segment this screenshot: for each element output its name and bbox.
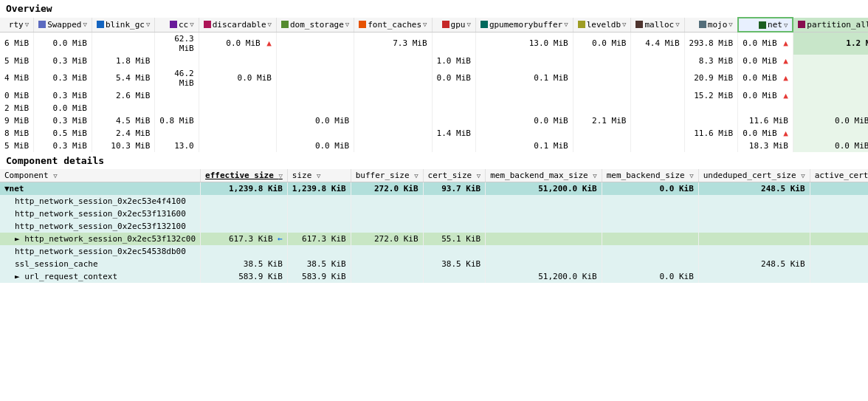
warning-icon: ▲ (783, 56, 788, 66)
col-net[interactable]: net ▽ (738, 18, 793, 32)
component-cell-size: 1,239.8 KiB (287, 182, 351, 195)
component-cell-buffer_size: 272.0 KiB (351, 182, 423, 195)
component-cell-buffer_size (351, 270, 423, 283)
overview-cell (354, 89, 432, 102)
component-cell-cert_size (423, 195, 486, 208)
th-mem-backend-size[interactable]: mem_backend_size ▽ (602, 169, 698, 182)
overview-cell: 4.4 MiB (631, 32, 684, 55)
component-cell-effective_size (201, 208, 288, 220)
component-cell-size (287, 208, 351, 220)
component-cell-component: http_network_session_0x2ec53f132100 (0, 220, 201, 233)
overview-cell: 1.8 MiB (92, 55, 154, 67)
col-gpumemorybuffer[interactable]: gpumemorybuffer ▽ (475, 18, 573, 32)
overview-cell: 5 MiB (0, 55, 34, 67)
col-discardable[interactable]: discardable ▽ (199, 18, 276, 32)
overview-cell (92, 32, 154, 55)
th-mem-backend-max-size[interactable]: mem_backend_max_size ▽ (486, 169, 602, 182)
component-cell-mem_backend_size (602, 245, 698, 258)
col-font-caches[interactable]: font_caches ▽ (354, 18, 432, 32)
component-cell-cert_size (423, 245, 486, 258)
col-mojo[interactable]: mojo ▽ (684, 18, 738, 32)
overview-cell (432, 140, 475, 152)
col-malloc[interactable]: malloc ▽ (631, 18, 684, 32)
overview-cell (92, 102, 154, 114)
overview-cell (354, 55, 432, 67)
component-cell-buffer_size: 272.0 KiB (351, 233, 423, 245)
component-cell-active_cert_jobs: 0.000 (810, 233, 868, 245)
overview-cell (276, 67, 354, 89)
overview-cell (793, 67, 868, 89)
overview-cell: 0.0 MiB (199, 67, 276, 89)
th-effective-size[interactable]: effective size ▽ (201, 169, 288, 182)
col-dom-storage[interactable]: dom_storage ▽ (276, 18, 354, 32)
th-buffer-size[interactable]: buffer_size ▽ (351, 169, 423, 182)
component-cell-size (287, 195, 351, 208)
overview-cell: 10.3 MiB (92, 140, 154, 152)
component-cell-mem_backend_max_size (486, 245, 602, 258)
col-rty[interactable]: rty ▽ (0, 18, 34, 32)
component-table-scroll[interactable]: Component ▽ effective size ▽ size ▽ buff… (0, 169, 868, 283)
overview-cell (631, 89, 684, 102)
component-cell-component: ssl_session_cache (0, 258, 201, 270)
overview-cell: 0.1 MiB (475, 140, 573, 152)
th-active-cert-jobs[interactable]: active_cert_jobs ▽ (810, 169, 868, 182)
overview-cell (432, 114, 475, 127)
component-cell-active_cert_jobs (810, 258, 868, 270)
overview-cell: 0.3 MiB (34, 140, 92, 152)
col-partition-alloc[interactable]: partition_alloc (793, 18, 868, 32)
component-cell-active_cert_jobs (810, 270, 868, 283)
component-cell-component: http_network_session_0x2ec53f131600 (0, 208, 201, 220)
overview-cell: 9 MiB (0, 114, 34, 127)
overview-cell (276, 102, 354, 114)
overview-cell (573, 102, 631, 114)
overview-cell (573, 89, 631, 102)
overview-cell: 0.0 MiB ▲ (738, 67, 793, 89)
component-cell-effective_size: 38.5 KiB (201, 258, 288, 270)
overview-cell (793, 127, 868, 140)
overview-cell (432, 32, 475, 55)
overview-cell (276, 32, 354, 55)
component-cell-active_cert_jobs (810, 220, 868, 233)
th-size[interactable]: size ▽ (287, 169, 351, 182)
overview-cell: 62.3MiB (155, 32, 199, 55)
overview-cell: 0.0 MiB (34, 32, 92, 55)
overview-cell: 0.0 MiB (34, 102, 92, 114)
overview-cell: 0.0 MiB ▲ (793, 114, 868, 127)
overview-section: Overview rty ▽ Swapped ▽ blink_gc ▽ (0, 0, 868, 152)
overview-cell (684, 102, 738, 114)
overview-cell: 11.6 MiB (684, 127, 738, 140)
th-undeduped-cert-size[interactable]: undeduped_cert_size ▽ (698, 169, 810, 182)
overview-cell: 0.0 MiB ▲ (199, 32, 276, 55)
component-cell-mem_backend_max_size (486, 208, 602, 220)
overview-cell (631, 55, 684, 67)
overview-cell: 20.9 MiB (684, 67, 738, 89)
overview-cell (793, 102, 868, 114)
component-cell-effective_size: 1,239.8 KiB (201, 182, 288, 195)
overview-cell (631, 114, 684, 127)
overview-cell: 2.1 MiB (573, 114, 631, 127)
component-cell-size: 583.9 KiB (287, 270, 351, 283)
overview-table-scroll[interactable]: rty ▽ Swapped ▽ blink_gc ▽ cc ▽ disc (0, 17, 868, 152)
component-cell-cert_size (423, 208, 486, 220)
overview-cell (276, 55, 354, 67)
overview-header-row: rty ▽ Swapped ▽ blink_gc ▽ cc ▽ disc (0, 18, 868, 32)
component-cell-effective_size: 583.9 KiB (201, 270, 288, 283)
col-gpu[interactable]: gpu ▽ (432, 18, 475, 32)
component-row: ► url_request_context583.9 KiB583.9 KiB5… (0, 270, 868, 283)
col-swapped[interactable]: Swapped ▽ (34, 18, 92, 32)
warning-icon: ▲ (266, 38, 272, 48)
col-leveldb[interactable]: leveldb ▽ (573, 18, 631, 32)
overview-cell (475, 127, 573, 140)
overview-cell (684, 114, 738, 127)
component-cell-active_cert_jobs: 0.000 (810, 182, 868, 195)
component-cell-active_cert_jobs (810, 208, 868, 220)
overview-row: 4 MiB0.3 MiB5.4 MiB46.2MiB0.0 MiB0.0 MiB… (0, 67, 868, 89)
overview-cell (573, 67, 631, 89)
th-component[interactable]: Component ▽ (0, 169, 201, 182)
overview-cell: 5 MiB (0, 140, 34, 152)
component-cell-effective_size (201, 220, 288, 233)
component-cell-undeduped_cert_size: 248.5 KiB (698, 258, 810, 270)
col-cc[interactable]: cc ▽ (155, 18, 199, 32)
col-blink-gc[interactable]: blink_gc ▽ (92, 18, 154, 32)
th-cert-size[interactable]: cert_size ▽ (423, 169, 486, 182)
